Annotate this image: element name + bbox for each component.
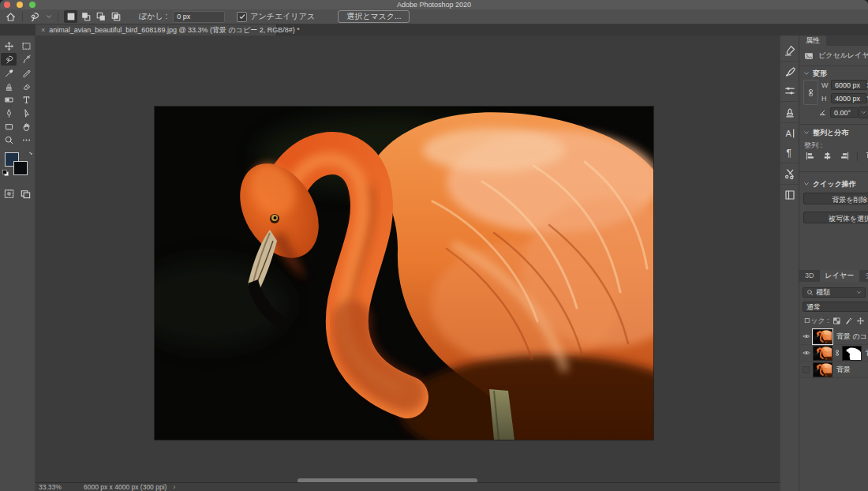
separator	[58, 12, 58, 22]
quick-mask-icon[interactable]	[3, 188, 15, 200]
character-panel-icon[interactable]: A	[784, 127, 796, 140]
angle-icon	[818, 108, 827, 117]
layer-visibility-eye-icon[interactable]	[799, 349, 813, 357]
blend-mode-dropdown[interactable]: 通常	[803, 302, 868, 312]
layer-thumbnail[interactable]	[813, 362, 832, 377]
default-colors-icon[interactable]	[2, 169, 10, 178]
lock-position-icon[interactable]	[856, 317, 865, 325]
separator	[22, 12, 23, 22]
screen-mode-icon[interactable]	[20, 188, 32, 200]
properties-tabstrip: 属性	[799, 36, 868, 46]
document-tab[interactable]: × animal_avian_beautiful_bird_608189.jpg…	[36, 24, 277, 36]
subtract-selection-button[interactable]	[94, 10, 107, 23]
brushes-panel-icon[interactable]	[784, 66, 796, 78]
remove-background-button[interactable]: 背景を削除	[803, 193, 868, 204]
mask-link-icon[interactable]	[833, 348, 841, 358]
document-info: 6000 px x 4000 px (300 ppi)	[84, 483, 166, 491]
lock-label: ロック :	[803, 316, 829, 326]
width-field[interactable]: 6000 px	[831, 80, 867, 90]
eraser-tool[interactable]	[18, 80, 34, 92]
brush-settings-panel-icon[interactable]	[784, 44, 796, 57]
lock-transparent-icon[interactable]	[832, 317, 841, 325]
layer-thumbnail[interactable]	[813, 329, 832, 344]
height-field[interactable]: 4000 px	[831, 93, 867, 103]
layer-visibility-eye-icon[interactable]	[799, 332, 813, 340]
layer-thumbnail[interactable]	[813, 346, 832, 361]
lasso-tool-preset-icon[interactable]	[28, 11, 40, 23]
layer-filter-dropdown[interactable]: 種類	[803, 287, 866, 298]
layer-row[interactable]: 背景	[799, 362, 868, 378]
clone-stamp-tool[interactable]	[1, 80, 17, 92]
layers-tabstrip: 3Dレイヤーチャンネル	[799, 270, 868, 282]
brush-tool[interactable]	[18, 66, 34, 79]
align-left-icon[interactable]	[805, 151, 815, 161]
options-bar: ぼかし : アンチエイリアス 選択とマスク...	[0, 9, 868, 24]
align-center-h-icon[interactable]	[822, 151, 832, 161]
brush-tool-icon	[21, 68, 32, 78]
layer-visibility-empty[interactable]	[799, 366, 813, 373]
clone-source-panel-icon[interactable]	[784, 106, 796, 118]
paragraph-panel-icon[interactable]: ¶	[784, 146, 796, 159]
type-tool[interactable]	[18, 93, 34, 106]
layer-name[interactable]: 背景	[836, 365, 851, 375]
home-icon[interactable]	[5, 11, 17, 23]
antialias-checkbox[interactable]	[237, 12, 247, 22]
eyedropper-tool[interactable]	[1, 66, 17, 79]
scissors-panel-icon[interactable]	[784, 167, 796, 180]
background-color-swatch[interactable]	[13, 161, 28, 175]
align-top-icon[interactable]	[865, 151, 868, 161]
transform-section-header[interactable]: 変形	[799, 69, 868, 78]
edit-toolbar[interactable]	[18, 133, 34, 146]
zoom-level-field[interactable]: 33.33%	[39, 483, 70, 491]
tab-3D[interactable]: 3D	[799, 270, 820, 282]
angle-dropdown[interactable]	[859, 107, 868, 118]
feather-input[interactable]	[173, 11, 225, 23]
lock-pixels-icon[interactable]	[844, 317, 853, 325]
move-tool[interactable]	[1, 39, 17, 52]
quick-actions-header[interactable]: クイック操作	[799, 179, 868, 189]
align-section-header[interactable]: 整列と分布	[799, 128, 868, 137]
edit-toolbar-icon	[21, 135, 32, 145]
eraser-tool-icon	[21, 81, 32, 92]
add-selection-button[interactable]	[79, 10, 92, 23]
layer-name[interactable]: 背景 のコピー 2	[836, 332, 868, 342]
intersect-selection-button[interactable]	[109, 10, 122, 23]
close-tab-icon[interactable]: ×	[41, 26, 45, 34]
status-bar: 33.33% 6000 px x 4000 px (300 ppi) ›	[36, 482, 780, 491]
select-and-mask-button[interactable]: 選択とマスク...	[338, 10, 410, 23]
status-menu-chevron[interactable]: ›	[173, 483, 175, 491]
align-buttons	[799, 151, 868, 161]
quick-selection-tool[interactable]	[18, 53, 34, 66]
tools-grid	[0, 36, 35, 146]
pen-tool[interactable]	[1, 107, 17, 119]
tab-レイヤー[interactable]: レイヤー	[820, 270, 860, 282]
gradient-tool[interactable]	[1, 93, 17, 106]
layer-mask-thumbnail[interactable]	[842, 346, 862, 361]
libraries-panel-icon[interactable]	[784, 189, 796, 201]
new-selection-button[interactable]	[64, 10, 77, 23]
document-tab-title: animal_avian_beautiful_bird_608189.jpg @…	[49, 25, 299, 36]
tool-presets-panel-icon[interactable]	[784, 84, 796, 97]
swap-colors-icon[interactable]	[24, 151, 33, 159]
tab-properties[interactable]: 属性	[799, 36, 826, 46]
tools-panel	[0, 36, 36, 491]
angle-field[interactable]: 0.00°	[830, 107, 859, 118]
canvas-area[interactable]: 33.33% 6000 px x 4000 px (300 ppi) ›	[36, 36, 780, 491]
align-row-label: 整列 :	[799, 141, 868, 151]
pen-tool-icon	[4, 108, 14, 118]
document-canvas-flamingo-photo[interactable]	[155, 107, 653, 440]
rectangle-tool[interactable]	[1, 120, 17, 133]
align-right-icon[interactable]	[840, 151, 850, 161]
chevron-down-icon[interactable]	[46, 13, 52, 20]
direct-selection-tool[interactable]	[18, 107, 34, 119]
tab-チャンネル[interactable]: チャンネル	[859, 270, 868, 282]
layer-row[interactable]: 背景 のコピー 2	[799, 328, 868, 345]
zoom-tool[interactable]	[1, 133, 17, 146]
width-label: W	[821, 81, 828, 89]
select-subject-button[interactable]: 被写体を選択	[803, 212, 868, 223]
layer-row[interactable]: 背景 のコピー	[799, 345, 868, 362]
marquee-tool[interactable]	[18, 39, 34, 52]
hand-tool[interactable]	[18, 120, 34, 133]
pixel-layer-icon	[803, 51, 814, 61]
lasso-tool[interactable]	[1, 53, 17, 66]
